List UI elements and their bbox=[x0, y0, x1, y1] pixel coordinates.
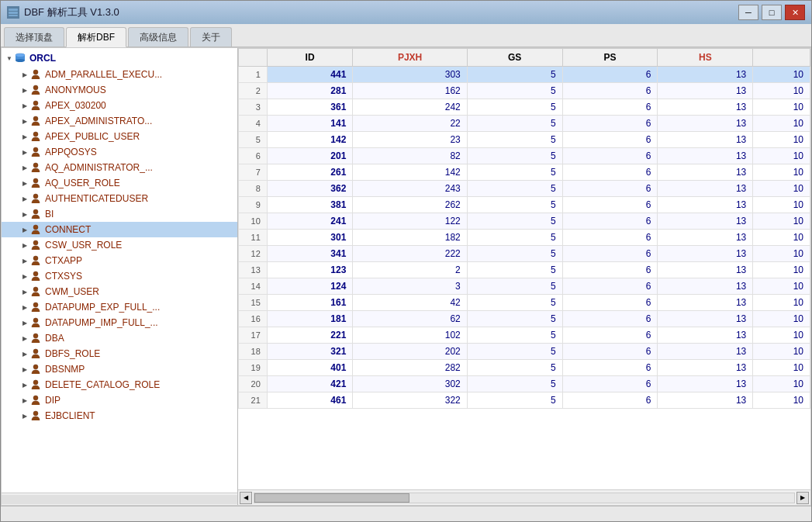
cell-gs: 5 bbox=[467, 83, 562, 99]
tree-item[interactable]: APEX_ADMINISTRATO... bbox=[2, 113, 237, 129]
expand-arrow[interactable] bbox=[20, 396, 29, 405]
hscroll-track[interactable] bbox=[2, 495, 237, 504]
tree-item[interactable]: CTXAPP bbox=[2, 253, 237, 268]
expand-arrow[interactable] bbox=[20, 256, 29, 265]
restore-button[interactable]: □ bbox=[762, 5, 782, 20]
tree-item[interactable]: EJBCLIENT bbox=[2, 408, 237, 423]
expand-arrow[interactable] bbox=[20, 209, 29, 219]
table-row[interactable]: 12341222561310 bbox=[239, 246, 810, 262]
expand-arrow[interactable] bbox=[20, 349, 29, 358]
tree-item[interactable]: AQ_ADMINISTRATOR_... bbox=[2, 160, 237, 175]
expand-arrow[interactable] bbox=[20, 163, 29, 172]
cell-id: 221 bbox=[267, 327, 353, 344]
expand-arrow[interactable] bbox=[20, 302, 29, 312]
expand-arrow[interactable] bbox=[20, 271, 29, 281]
tree-item[interactable]: AQ_USER_ROLE bbox=[2, 175, 237, 191]
expand-arrow[interactable] bbox=[20, 101, 29, 110]
tree-item[interactable]: APEX_030200 bbox=[2, 98, 237, 113]
user-icon bbox=[29, 161, 42, 174]
svg-point-12 bbox=[33, 147, 38, 152]
tree-item[interactable]: CWM_USER bbox=[2, 284, 237, 299]
expand-arrow[interactable] bbox=[20, 70, 29, 79]
cell-pjxh: 82 bbox=[353, 148, 467, 164]
cell-extra: 10 bbox=[753, 181, 810, 197]
tree-item[interactable]: AUTHENTICATEDUSER bbox=[2, 191, 237, 206]
scroll-right-btn[interactable]: ▶ bbox=[796, 492, 809, 504]
table-row[interactable]: 2281162561310 bbox=[239, 83, 810, 99]
minimize-button[interactable]: ─ bbox=[738, 5, 758, 20]
tree-item[interactable]: DELETE_CATALOG_ROLE bbox=[2, 377, 237, 392]
table-row[interactable]: 18321202561310 bbox=[239, 344, 810, 360]
table-row[interactable]: 11301182561310 bbox=[239, 230, 810, 246]
close-button[interactable]: ✕ bbox=[785, 5, 805, 20]
tree-item[interactable]: DATAPUMP_IMP_FULL_... bbox=[2, 315, 237, 330]
table-row[interactable]: 10241122561310 bbox=[239, 213, 810, 230]
table-row[interactable]: 9381262561310 bbox=[239, 197, 810, 213]
tree-item[interactable]: DATAPUMP_EXP_FULL_... bbox=[2, 299, 237, 315]
tree-item[interactable]: BI bbox=[2, 206, 237, 222]
table-row[interactable]: 19401282561310 bbox=[239, 360, 810, 376]
tree-root-label: ORCL bbox=[29, 53, 56, 64]
tree-item[interactable]: DIP bbox=[2, 392, 237, 408]
scroll-track[interactable] bbox=[254, 493, 795, 503]
tree-item[interactable]: ANONYMOUS bbox=[2, 82, 237, 98]
table-row[interactable]: 20421302561310 bbox=[239, 376, 810, 392]
expand-arrow[interactable] bbox=[20, 116, 29, 126]
svg-point-16 bbox=[33, 209, 38, 214]
tree-item[interactable]: ADM_PARALLEL_EXECU... bbox=[2, 67, 237, 82]
tree-item[interactable]: DBFS_ROLE bbox=[2, 346, 237, 361]
cell-extra: 10 bbox=[753, 278, 810, 295]
cell-extra: 10 bbox=[753, 311, 810, 327]
tree-root-item[interactable]: ORCL bbox=[2, 50, 237, 67]
table-row[interactable]: 131232561310 bbox=[239, 262, 810, 278]
table-row[interactable]: 8362243561310 bbox=[239, 181, 810, 197]
expand-arrow[interactable] bbox=[20, 411, 29, 420]
tree-container[interactable]: ORCL ADM_PARALLEL_EXECU... ANONYMOUS APE… bbox=[2, 48, 237, 493]
table-row[interactable]: 17221102561310 bbox=[239, 327, 810, 344]
scroll-left-btn[interactable]: ◀ bbox=[240, 492, 252, 504]
table-row[interactable]: 620182561310 bbox=[239, 148, 810, 164]
table-container[interactable]: ID PJXH GS PS HS 14413035613102281162561… bbox=[238, 48, 810, 489]
tree-item[interactable]: DBA bbox=[2, 330, 237, 346]
cell-id: 181 bbox=[267, 311, 353, 327]
tree-item[interactable]: CSW_USR_ROLE bbox=[2, 237, 237, 253]
left-panel-hscroll[interactable] bbox=[2, 493, 237, 505]
cell-ps: 6 bbox=[562, 213, 658, 230]
table-row[interactable]: 7261142561310 bbox=[239, 164, 810, 181]
tab-about[interactable]: 关于 bbox=[190, 27, 232, 47]
cell-rownum: 15 bbox=[239, 295, 268, 311]
table-row[interactable]: 1441303561310 bbox=[239, 67, 810, 83]
cell-hs: 13 bbox=[658, 213, 753, 230]
tree-item[interactable]: DBSNMP bbox=[2, 361, 237, 377]
table-row[interactable]: 414122561310 bbox=[239, 116, 810, 132]
expand-arrow[interactable] bbox=[20, 287, 29, 296]
expand-arrow[interactable] bbox=[20, 365, 29, 374]
expand-arrow[interactable] bbox=[20, 194, 29, 203]
tree-item[interactable]: APEX_PUBLIC_USER bbox=[2, 129, 237, 144]
table-row[interactable]: 141243561310 bbox=[239, 278, 810, 295]
expand-arrow[interactable] bbox=[20, 240, 29, 250]
expand-arrow[interactable] bbox=[20, 380, 29, 389]
table-row[interactable]: 3361242561310 bbox=[239, 99, 810, 116]
expand-arrow[interactable] bbox=[20, 178, 29, 188]
cell-rownum: 19 bbox=[239, 360, 268, 376]
table-row[interactable]: 514223561310 bbox=[239, 132, 810, 148]
tree-item[interactable]: APPQOSYS bbox=[2, 144, 237, 160]
tab-parse-dbf[interactable]: 解析DBF bbox=[66, 27, 126, 47]
tab-advanced-info[interactable]: 高级信息 bbox=[128, 27, 188, 47]
tree-item[interactable]: CTXSYS bbox=[2, 268, 237, 284]
root-expand-arrow[interactable] bbox=[5, 54, 14, 63]
expand-arrow[interactable] bbox=[20, 225, 29, 234]
expand-arrow[interactable] bbox=[20, 318, 29, 327]
expand-arrow[interactable] bbox=[20, 147, 29, 157]
tab-select-disk[interactable]: 选择顶盘 bbox=[4, 27, 64, 47]
expand-arrow[interactable] bbox=[20, 85, 29, 95]
tree-item[interactable]: CONNECT bbox=[2, 222, 237, 237]
cell-ps: 6 bbox=[562, 262, 658, 278]
table-row[interactable]: 21461322561310 bbox=[239, 392, 810, 409]
expand-arrow[interactable] bbox=[20, 334, 29, 343]
cell-hs: 13 bbox=[658, 83, 753, 99]
table-row[interactable]: 1618162561310 bbox=[239, 311, 810, 327]
table-row[interactable]: 1516142561310 bbox=[239, 295, 810, 311]
expand-arrow[interactable] bbox=[20, 132, 29, 141]
